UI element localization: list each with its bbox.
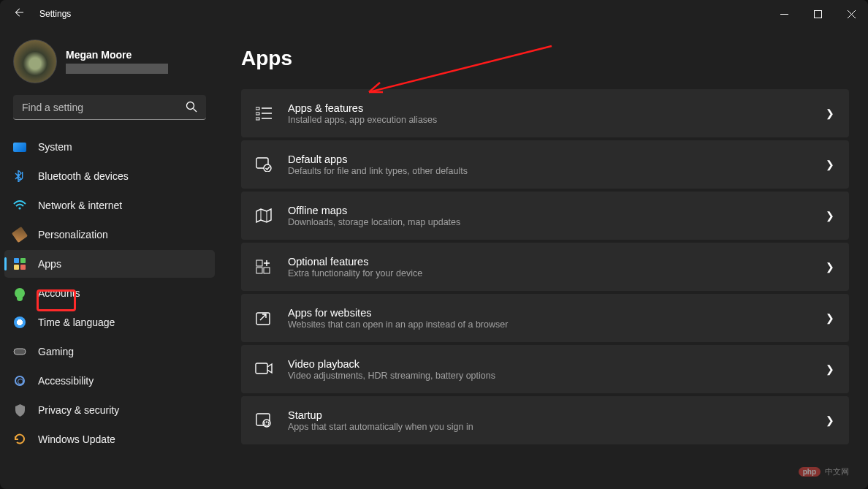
map-icon xyxy=(254,206,273,225)
search-container xyxy=(13,95,206,120)
apps-grid-icon xyxy=(13,257,26,270)
sidebar-item-label: Windows Update xyxy=(38,433,115,445)
open-external-icon xyxy=(254,308,273,327)
sidebar-item-label: Gaming xyxy=(38,346,74,357)
nav: System ປ︎ Bluetooth & devices Network & … xyxy=(0,133,219,453)
card-title: Optional features xyxy=(288,256,826,268)
sidebar-item-label: Accounts xyxy=(38,287,80,299)
sidebar-item-time-language[interactable]: Time & language xyxy=(4,308,215,336)
card-title: Startup xyxy=(288,409,826,421)
sidebar-item-personalization[interactable]: Personalization xyxy=(4,221,215,249)
card-title: Default apps xyxy=(288,153,826,165)
sidebar-item-bluetooth[interactable]: ປ︎ Bluetooth & devices xyxy=(4,162,215,190)
back-icon[interactable] xyxy=(13,7,23,20)
sidebar-item-accounts[interactable]: Accounts xyxy=(4,279,215,307)
watermark: php 中文网 xyxy=(799,466,849,477)
svg-rect-4 xyxy=(256,107,259,110)
sidebar-item-label: Time & language xyxy=(38,316,115,328)
chevron-right-icon: ❯ xyxy=(826,414,834,426)
user-email-redacted xyxy=(66,64,168,74)
chevron-right-icon: ❯ xyxy=(826,210,834,221)
sidebar-item-label: System xyxy=(38,141,72,153)
card-subtitle: Apps that start automatically when you s… xyxy=(288,422,826,432)
svg-rect-0 xyxy=(814,10,821,18)
svg-point-8 xyxy=(264,164,271,172)
close-button[interactable] xyxy=(834,2,868,26)
svg-rect-11 xyxy=(264,268,270,273)
clock-globe-icon xyxy=(13,316,26,329)
page-title: Apps xyxy=(241,47,849,70)
card-subtitle: Downloads, storage location, map updates xyxy=(288,217,826,227)
main-content: Apps Apps & featuresInstalled apps, app … xyxy=(219,28,868,489)
watermark-text: 中文网 xyxy=(825,466,849,477)
video-icon xyxy=(254,360,273,379)
settings-card-list: Apps & featuresInstalled apps, app execu… xyxy=(241,89,849,444)
gaming-icon xyxy=(13,345,26,358)
list-icon xyxy=(254,104,273,123)
chevron-right-icon: ❯ xyxy=(826,261,834,273)
sidebar-item-label: Bluetooth & devices xyxy=(38,170,129,182)
search-input[interactable] xyxy=(13,95,206,120)
card-title: Video playback xyxy=(288,358,826,370)
watermark-logo: php xyxy=(799,467,821,477)
sidebar-item-system[interactable]: System xyxy=(4,133,215,161)
svg-rect-10 xyxy=(256,268,262,273)
wifi-icon xyxy=(13,199,26,212)
bluetooth-icon: ປ︎ xyxy=(13,170,26,183)
person-icon xyxy=(13,287,26,300)
settings-window: Settings Megan Moore xyxy=(0,0,868,489)
card-subtitle: Extra functionality for your device xyxy=(288,268,826,278)
startup-icon xyxy=(254,411,273,430)
svg-point-2 xyxy=(18,207,20,209)
sidebar-item-accessibility[interactable]: Accessibility xyxy=(4,367,215,395)
svg-rect-6 xyxy=(256,118,259,120)
sidebar-item-network[interactable]: Network & internet xyxy=(4,192,215,219)
sidebar-item-apps[interactable]: Apps xyxy=(4,250,215,278)
svg-rect-9 xyxy=(256,260,262,266)
default-apps-icon xyxy=(254,155,273,174)
card-apps-for-websites[interactable]: Apps for websitesWebsites that can open … xyxy=(241,294,849,342)
card-title: Apps & features xyxy=(288,102,826,114)
sidebar-item-label: Privacy & security xyxy=(38,404,119,416)
sidebar-item-label: Personalization xyxy=(38,229,108,240)
card-title: Apps for websites xyxy=(288,307,826,319)
update-icon xyxy=(13,433,26,446)
system-icon xyxy=(13,140,26,153)
chevron-right-icon: ❯ xyxy=(826,107,834,119)
svg-rect-5 xyxy=(256,113,259,115)
svg-point-1 xyxy=(187,102,194,110)
chevron-right-icon: ❯ xyxy=(826,159,834,170)
card-subtitle: Defaults for file and link types, other … xyxy=(288,166,826,176)
card-video-playback[interactable]: Video playbackVideo adjustments, HDR str… xyxy=(241,345,849,393)
svg-rect-3 xyxy=(14,349,26,355)
sidebar-item-gaming[interactable]: Gaming xyxy=(4,338,215,365)
chevron-right-icon: ❯ xyxy=(826,363,834,375)
chevron-right-icon: ❯ xyxy=(826,312,834,324)
avatar xyxy=(13,39,57,83)
sidebar-item-windows-update[interactable]: Windows Update xyxy=(4,425,215,453)
accessibility-icon xyxy=(13,374,26,387)
card-subtitle: Video adjustments, HDR streaming, batter… xyxy=(288,371,826,381)
card-default-apps[interactable]: Default appsDefaults for file and link t… xyxy=(241,140,849,189)
sidebar-item-label: Apps xyxy=(38,258,61,270)
titlebar: Settings xyxy=(0,0,868,28)
user-name: Megan Moore xyxy=(66,49,168,61)
window-title: Settings xyxy=(39,9,71,19)
card-optional-features[interactable]: Optional featuresExtra functionality for… xyxy=(241,243,849,291)
sidebar-item-privacy[interactable]: Privacy & security xyxy=(4,396,215,424)
shield-icon xyxy=(13,403,26,417)
maximize-button[interactable] xyxy=(801,2,834,26)
card-startup[interactable]: StartupApps that start automatically whe… xyxy=(241,396,849,444)
search-icon xyxy=(186,101,197,115)
card-apps-features[interactable]: Apps & featuresInstalled apps, app execu… xyxy=(241,89,849,137)
card-subtitle: Websites that can open in an app instead… xyxy=(288,319,826,330)
card-offline-maps[interactable]: Offline mapsDownloads, storage location,… xyxy=(241,192,849,240)
paintbrush-icon xyxy=(13,228,26,241)
minimize-button[interactable] xyxy=(767,2,801,26)
sidebar: Megan Moore System ປ︎ Bluetooth & device… xyxy=(0,28,219,489)
grid-plus-icon xyxy=(254,257,273,276)
card-subtitle: Installed apps, app execution aliases xyxy=(288,115,826,125)
sidebar-item-label: Accessibility xyxy=(38,375,94,387)
user-block[interactable]: Megan Moore xyxy=(0,35,219,95)
sidebar-item-label: Network & internet xyxy=(38,200,122,211)
